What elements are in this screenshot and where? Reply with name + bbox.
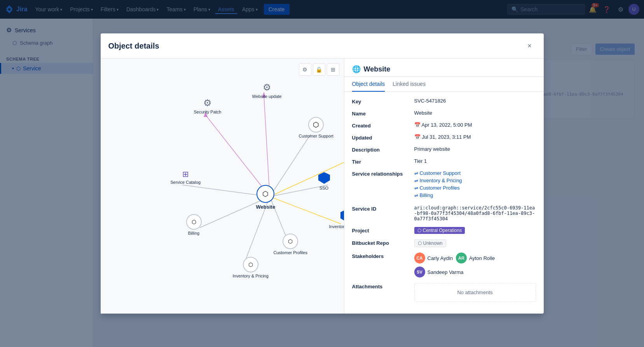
calendar-icon: 📅 bbox=[414, 122, 421, 128]
updated-value: 📅 Jul 31, 2023, 3:11 PM bbox=[414, 134, 536, 140]
relationship-inventory-pricing[interactable]: ⇌ Inventory & Pricing bbox=[414, 178, 536, 183]
node-customer-profiles[interactable]: ⬡ Customer Profiles bbox=[274, 234, 307, 255]
details-header: 🌐 Website bbox=[344, 59, 544, 77]
graph-lock-button[interactable]: 🔒 bbox=[313, 63, 325, 76]
detail-bitbucket-row: Bitbucket Repo ⬡ Unknown bbox=[352, 239, 536, 247]
description-label: Description bbox=[352, 146, 414, 153]
key-label: Key bbox=[352, 98, 414, 105]
link-icon: ⇌ bbox=[414, 193, 418, 198]
repo-icon: ⬡ bbox=[418, 241, 422, 246]
object-name: Website bbox=[364, 65, 391, 73]
node-label: Billing bbox=[188, 231, 199, 235]
tab-object-details[interactable]: Object details bbox=[352, 77, 385, 92]
stakeholder-ayton: AR Ayton Rolle bbox=[456, 253, 495, 263]
name-value: Website bbox=[414, 110, 536, 116]
graph-expand-button[interactable]: ⊞ bbox=[327, 63, 339, 76]
grid-icon: ⊞ bbox=[182, 169, 189, 179]
detail-tier-row: Tier Tier 1 bbox=[352, 158, 536, 165]
node-label: SSO bbox=[319, 186, 328, 190]
project-label: Project bbox=[352, 227, 414, 234]
relationships-label: Service relationships bbox=[352, 170, 414, 177]
website-icon: 🌐 bbox=[352, 65, 361, 73]
link-icon: ⇌ bbox=[414, 171, 418, 176]
no-attachments: No attachments bbox=[414, 283, 536, 302]
node-customer-support[interactable]: ⬡ Customer Support bbox=[299, 117, 333, 138]
key-value: SVC-5471826 bbox=[414, 98, 536, 104]
node-label: Security Patch bbox=[194, 110, 222, 114]
node-website-center[interactable]: ⬡ Website bbox=[256, 185, 276, 210]
relationship-customer-profiles[interactable]: ⇌ Customer Profiles bbox=[414, 185, 536, 191]
tab-linked-issues[interactable]: Linked issues bbox=[393, 77, 426, 92]
link-icon: ⇌ bbox=[414, 185, 418, 191]
bitbucket-label: Bitbucket Repo bbox=[352, 239, 414, 246]
object-details-modal: Object details × ⚙ 🔒 ⊞ bbox=[101, 33, 544, 314]
stakeholders-label: Stakeholders bbox=[352, 253, 414, 259]
details-body: Key SVC-5471826 Name Website Created 📅 A… bbox=[344, 92, 544, 314]
node-service-catalog[interactable]: ⊞ Service Catalog bbox=[171, 169, 201, 185]
detail-key-row: Key SVC-5471826 bbox=[352, 98, 536, 105]
hub-icon: ⬡ bbox=[283, 234, 298, 249]
relationship-customer-support[interactable]: ⇌ Customer Support bbox=[414, 170, 536, 176]
details-tabs: Object details Linked issues bbox=[344, 77, 544, 92]
detail-project-row: Project ⬡ Central Operations bbox=[352, 227, 536, 234]
calendar-icon: 📅 bbox=[414, 134, 421, 140]
detail-updated-row: Updated 📅 Jul 31, 2023, 3:11 PM bbox=[352, 134, 536, 141]
relationships-value: ⇌ Customer Support ⇌ Inventory & Pricing… bbox=[414, 170, 536, 200]
node-sso[interactable]: SSO bbox=[318, 171, 331, 190]
node-label: Service Catalog bbox=[171, 180, 201, 185]
description-value: Primary website bbox=[414, 146, 536, 152]
node-website-update[interactable]: ⚙ Website update bbox=[252, 82, 282, 99]
shield-icon bbox=[340, 208, 344, 223]
hub-center-icon: ⬡ bbox=[257, 185, 274, 203]
gear-icon: ⚙ bbox=[263, 82, 271, 93]
details-panel: 🌐 Website Object details Linked issues K… bbox=[344, 59, 544, 314]
detail-description-row: Description Primary website bbox=[352, 146, 536, 153]
svg-line-1 bbox=[206, 115, 270, 197]
node-label: Website bbox=[256, 204, 276, 210]
stakeholders-value: CA Carly Aydin AR Ayton Rolle bbox=[414, 253, 536, 277]
svg-line-0 bbox=[264, 96, 270, 197]
stakeholders-group: CA Carly Aydin AR Ayton Rolle bbox=[414, 253, 536, 263]
detail-name-row: Name Website bbox=[352, 110, 536, 117]
modal-overlay[interactable]: Object details × ⚙ 🔒 ⊞ bbox=[0, 0, 644, 347]
modal-body: ⚙ 🔒 ⊞ bbox=[101, 59, 544, 314]
project-value: ⬡ Central Operations bbox=[414, 227, 536, 234]
created-value: 📅 Apr 13, 2022, 5:00 PM bbox=[414, 122, 536, 128]
node-label: Inventory & Pricing bbox=[233, 274, 269, 278]
node-inventory-bottom[interactable]: ⬡ Inventory & Pricing bbox=[233, 257, 269, 278]
detail-attachments-row: Attachments No attachments bbox=[352, 283, 536, 302]
tier-label: Tier bbox=[352, 158, 414, 165]
node-inventory-right[interactable]: Inventory & Pricing bbox=[329, 208, 344, 229]
node-security-patch[interactable]: ⚙ Security Patch bbox=[194, 98, 222, 114]
modal-close-button[interactable]: × bbox=[524, 40, 536, 52]
avatar-carly: CA bbox=[414, 253, 425, 263]
avatar-sandeep: SV bbox=[414, 267, 425, 277]
hub-icon: ⬡ bbox=[243, 257, 258, 272]
attachments-value: No attachments bbox=[414, 283, 536, 302]
link-icon: ⇌ bbox=[414, 178, 418, 183]
graph-connections bbox=[101, 59, 344, 314]
graph-panel[interactable]: ⚙ 🔒 ⊞ bbox=[101, 59, 344, 314]
node-label: Website update bbox=[252, 94, 282, 99]
modal-header: Object details × bbox=[101, 33, 544, 59]
node-label: Customer Profiles bbox=[274, 250, 307, 255]
tier-value: Tier 1 bbox=[414, 158, 536, 164]
project-badge: ⬡ Central Operations bbox=[414, 227, 465, 234]
node-label: Inventory & Pricing bbox=[329, 224, 344, 229]
detail-relationships-row: Service relationships ⇌ Customer Support… bbox=[352, 170, 536, 200]
service-id-value: ari:cloud:graph::service/2cfc55c0-6939-1… bbox=[414, 205, 536, 221]
hub-icon: ⬡ bbox=[308, 117, 324, 133]
name-label: Name bbox=[352, 110, 414, 117]
detail-service-id-row: Service ID ari:cloud:graph::service/2cfc… bbox=[352, 205, 536, 221]
attachments-label: Attachments bbox=[352, 283, 414, 289]
gear-icon: ⚙ bbox=[203, 98, 212, 108]
bitbucket-value: ⬡ Unknown bbox=[414, 239, 536, 247]
stakeholder-sandeep: SV Sandeep Varma bbox=[414, 267, 464, 277]
shield-icon bbox=[318, 171, 331, 185]
node-billing-left[interactable]: ⬡ Billing bbox=[186, 214, 202, 235]
detail-stakeholders-row: Stakeholders CA Carly Aydin AR Ayton Rol… bbox=[352, 253, 536, 277]
created-label: Created bbox=[352, 122, 414, 129]
graph-settings-button[interactable]: ⚙ bbox=[299, 63, 311, 76]
node-label: Customer Support bbox=[299, 134, 333, 138]
relationship-billing[interactable]: ⇌ Billing bbox=[414, 192, 536, 198]
